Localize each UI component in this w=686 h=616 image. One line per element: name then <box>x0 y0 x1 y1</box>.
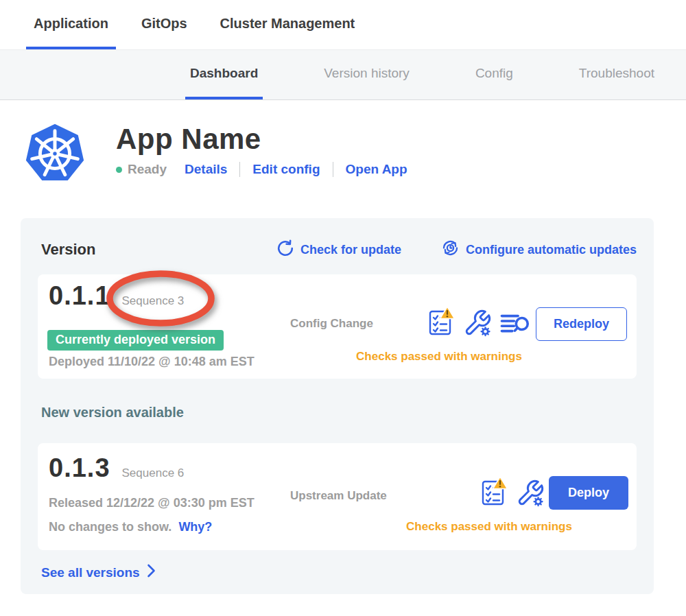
status-dot <box>116 167 122 173</box>
details-link[interactable]: Details <box>185 162 227 177</box>
top-nav-cluster-management[interactable]: Cluster Management <box>213 0 363 49</box>
version-panel: Version Check for update <box>21 218 654 594</box>
current-version-number: 0.1.1 <box>49 281 110 311</box>
schedule-update-icon <box>441 239 466 261</box>
chevron-right-icon <box>140 563 156 582</box>
current-version-sequence: Sequence 3 <box>122 294 185 308</box>
version-panel-title: Version <box>41 241 95 259</box>
see-all-versions-link[interactable]: See all versions <box>41 563 156 582</box>
available-version-card: 0.1.3 Sequence 6 Released 12/12/22 @ 03:… <box>38 443 637 550</box>
tab-dashboard[interactable]: Dashboard <box>185 50 263 99</box>
top-nav-application[interactable]: Application <box>26 0 116 49</box>
redeploy-button[interactable]: Redeploy <box>536 307 627 341</box>
no-changes-text: No changes to show. Why? <box>49 520 212 534</box>
status-text: Ready <box>128 162 167 177</box>
tab-version-history[interactable]: Version history <box>319 50 414 99</box>
app-sub-nav: Dashboard Version history Config Trouble… <box>0 49 686 100</box>
current-version-card: 0.1.1 Sequence 3 Currently deployed vers… <box>38 274 637 379</box>
available-version-source: Upstream Update <box>290 489 387 503</box>
deployed-timestamp: Deployed 11/10/22 @ 10:48 am EST <box>49 355 255 369</box>
see-all-versions-label: See all versions <box>41 565 140 580</box>
released-timestamp: Released 12/12/22 @ 03:30 pm EST <box>49 496 255 510</box>
currently-deployed-badge: Currently deployed version <box>47 330 224 351</box>
refresh-icon <box>276 239 300 261</box>
current-version-source: Config Change <box>290 317 373 331</box>
configure-automatic-updates-label: Configure automatic updates <box>466 243 637 257</box>
available-version-sequence: Sequence 6 <box>122 466 185 480</box>
app-header: App Name Ready Details Edit config Open … <box>24 122 686 185</box>
no-changes-label: No changes to show. <box>49 520 172 534</box>
current-checks-status: Checks passed with warnings <box>326 350 552 364</box>
new-version-heading: New version available <box>41 405 637 420</box>
available-version-number: 0.1.3 <box>49 453 110 483</box>
top-nav: Application GitOps Cluster Management <box>0 0 686 49</box>
check-for-update-label: Check for update <box>300 243 401 257</box>
preflight-checks-warning-icon[interactable] <box>480 476 508 510</box>
why-link[interactable]: Why? <box>178 520 212 534</box>
config-wrench-icon[interactable] <box>463 309 492 340</box>
view-diff-icon[interactable] <box>500 310 530 340</box>
configure-automatic-updates-link[interactable]: Configure automatic updates <box>441 239 637 261</box>
divider <box>239 162 240 177</box>
divider <box>333 162 333 177</box>
preflight-checks-warning-icon[interactable] <box>427 306 455 340</box>
available-checks-status: Checks passed with warnings <box>376 520 602 534</box>
deploy-button[interactable]: Deploy <box>549 476 628 510</box>
open-app-link[interactable]: Open App <box>346 162 407 177</box>
edit-config-link[interactable]: Edit config <box>252 162 320 177</box>
app-name-title: App Name <box>116 123 410 155</box>
tab-troubleshoot[interactable]: Troubleshoot <box>574 50 659 99</box>
kubernetes-logo-icon <box>24 122 86 185</box>
tab-config[interactable]: Config <box>471 50 518 99</box>
top-nav-gitops[interactable]: GitOps <box>134 0 195 49</box>
check-for-update-link[interactable]: Check for update <box>276 239 401 261</box>
config-wrench-icon[interactable] <box>516 479 545 510</box>
